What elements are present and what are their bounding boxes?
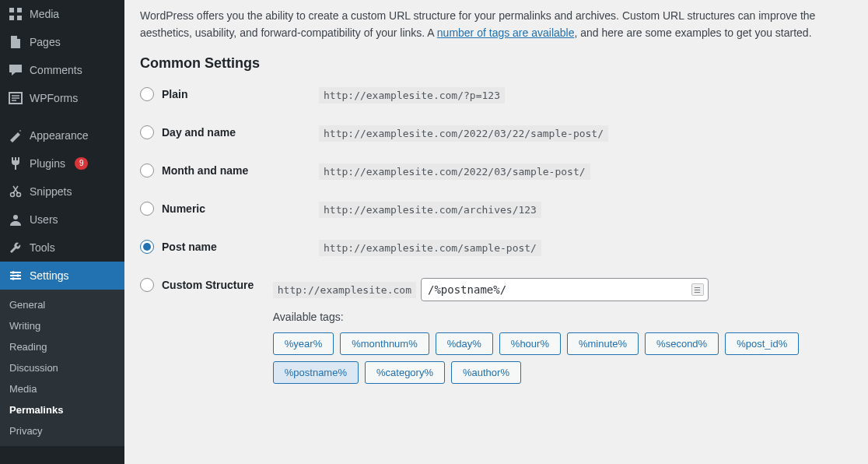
sidebar-item-comments[interactable]: Comments [0, 56, 124, 84]
tag-year[interactable]: %year% [273, 332, 334, 355]
svg-point-10 [12, 271, 15, 274]
plugins-icon [8, 156, 23, 171]
option-label: Month and name [162, 164, 248, 177]
submenu-writing[interactable]: Writing [0, 315, 124, 336]
option-custom-row: Custom Structure http://examplesite.com … [140, 278, 852, 384]
example-day-name: http://examplesite.com/2022/03/22/sample… [319, 125, 608, 142]
custom-input-wrap: ☰ [421, 278, 709, 301]
sidebar-item-label: Pages [30, 36, 61, 48]
svg-point-5 [17, 193, 21, 197]
tools-icon [8, 240, 23, 255]
sidebar-item-label: Tools [30, 241, 55, 254]
sidebar-item-users[interactable]: Users [0, 206, 124, 234]
sidebar-item-label: Plugins [30, 157, 65, 170]
custom-prefix: http://examplesite.com [273, 282, 416, 298]
media-icon [8, 6, 23, 22]
example-plain: http://examplesite.com/?p=123 [319, 87, 505, 104]
tag-day[interactable]: %day% [436, 332, 493, 355]
option-label: Numeric [162, 202, 205, 215]
svg-point-11 [16, 274, 19, 277]
option-post-name[interactable]: Post name [140, 240, 319, 254]
custom-structure-input[interactable] [421, 278, 709, 301]
sidebar-item-appearance[interactable]: Appearance [0, 121, 124, 149]
sidebar-item-settings[interactable]: Settings [0, 262, 124, 290]
example-numeric: http://examplesite.com/archives/123 [319, 202, 541, 218]
intro-text: WordPress offers you the ability to crea… [140, 8, 852, 41]
option-label: Plain [162, 88, 187, 100]
pages-icon [8, 34, 23, 50]
submenu-media[interactable]: Media [0, 378, 124, 399]
sidebar-item-media[interactable]: Media [0, 0, 124, 28]
submenu-general[interactable]: General [0, 294, 124, 315]
sidebar-item-label: Media [30, 8, 59, 20]
tag-hour[interactable]: %hour% [499, 332, 561, 355]
option-custom[interactable]: Custom Structure [140, 278, 273, 292]
sidebar-item-tools[interactable]: Tools [0, 234, 124, 262]
radio-plain[interactable] [140, 87, 154, 101]
submenu-permalinks[interactable]: Permalinks [0, 399, 124, 420]
sidebar-item-pages[interactable]: Pages [0, 28, 124, 56]
submenu-discussion[interactable]: Discussion [0, 357, 124, 378]
common-settings-heading: Common Settings [140, 55, 852, 72]
wpforms-icon [8, 90, 23, 106]
option-month-name[interactable]: Month and name [140, 163, 319, 178]
option-post-name-row: Post name http://examplesite.com/sample-… [140, 240, 852, 256]
comments-icon [8, 62, 23, 78]
sidebar-item-label: WPForms [30, 92, 78, 104]
radio-month-name[interactable] [140, 163, 154, 178]
custom-structure-body: http://examplesite.com ☰ Available tags:… [273, 278, 852, 384]
sidebar-item-label: Comments [30, 64, 82, 76]
option-label: Post name [162, 241, 217, 253]
radio-numeric[interactable] [140, 202, 154, 216]
option-day-name-row: Day and name http://examplesite.com/2022… [140, 125, 852, 142]
svg-point-6 [13, 215, 18, 220]
radio-custom[interactable] [140, 278, 154, 292]
option-numeric[interactable]: Numeric [140, 202, 319, 216]
available-tags: %year% %monthnum% %day% %hour% %minute% … [273, 332, 852, 384]
sidebar-separator [0, 112, 124, 121]
svg-point-4 [11, 193, 15, 197]
option-label: Custom Structure [162, 279, 254, 291]
intro-after: , and here are some examples to get you … [574, 26, 811, 39]
option-numeric-row: Numeric http://examplesite.com/archives/… [140, 202, 852, 218]
option-day-name[interactable]: Day and name [140, 125, 319, 139]
snippets-icon [8, 184, 23, 199]
sidebar-item-label: Snippets [30, 185, 72, 198]
appearance-icon [8, 128, 23, 143]
submenu-privacy[interactable]: Privacy [0, 420, 124, 441]
option-plain[interactable]: Plain [140, 87, 319, 101]
available-tags-label: Available tags: [273, 311, 852, 323]
submenu-reading[interactable]: Reading [0, 336, 124, 357]
radio-day-name[interactable] [140, 125, 154, 139]
tag-postname[interactable]: %postname% [273, 361, 359, 384]
update-badge: 9 [75, 157, 89, 170]
content-area: WordPress offers you the ability to crea… [124, 0, 868, 464]
sidebar-item-wpforms[interactable]: WPForms [0, 84, 124, 112]
tag-second[interactable]: %second% [645, 332, 719, 355]
settings-submenu: General Writing Reading Discussion Media… [0, 290, 124, 446]
example-month-name: http://examplesite.com/2022/03/sample-po… [319, 163, 590, 180]
sidebar-item-plugins[interactable]: Plugins 9 [0, 149, 124, 178]
tag-category[interactable]: %category% [365, 361, 445, 384]
sidebar-item-label: Appearance [30, 129, 89, 142]
example-post-name: http://examplesite.com/sample-post/ [319, 240, 541, 256]
sidebar-item-label: Settings [30, 269, 69, 282]
sidebar-item-snippets[interactable]: Snippets [0, 178, 124, 206]
admin-sidebar: Media Pages Comments WPForms Appearance … [0, 0, 124, 464]
tag-post-id[interactable]: %post_id% [725, 332, 799, 355]
option-month-name-row: Month and name http://examplesite.com/20… [140, 163, 852, 180]
settings-icon [8, 268, 23, 283]
svg-point-12 [12, 277, 15, 280]
input-helper-icon[interactable]: ☰ [691, 283, 704, 296]
option-label: Day and name [162, 126, 236, 139]
sidebar-item-label: Users [30, 213, 58, 226]
users-icon [8, 212, 23, 227]
radio-post-name[interactable] [140, 240, 154, 254]
tags-available-link[interactable]: number of tags are available [437, 26, 575, 39]
tag-author[interactable]: %author% [451, 361, 521, 384]
option-plain-row: Plain http://examplesite.com/?p=123 [140, 87, 852, 104]
tag-minute[interactable]: %minute% [567, 332, 639, 355]
tag-monthnum[interactable]: %monthnum% [340, 332, 429, 355]
